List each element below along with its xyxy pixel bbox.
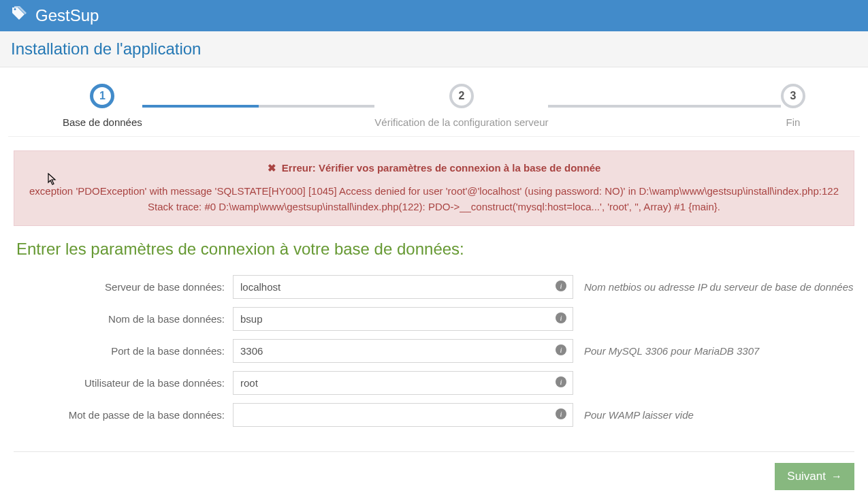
field-server-label: Serveur de base données: <box>8 281 233 293</box>
next-button-label: Suivant <box>787 470 826 483</box>
port-input[interactable] <box>233 339 573 363</box>
wizard-step-1[interactable]: 1 Base de données <box>63 84 142 128</box>
tags-icon <box>11 5 27 26</box>
field-user-row: Utilisateur de la base données: i <box>8 367 860 399</box>
field-server-hint: Nom netbios ou adresse IP du serveur de … <box>573 281 854 293</box>
wizard-step-label: Fin <box>786 116 801 128</box>
field-port-row: Port de la base données: i Pour MySQL 33… <box>8 335 860 367</box>
wizard-step-3[interactable]: 3 Fin <box>781 84 805 128</box>
svg-text:i: i <box>560 410 562 418</box>
page-title: Installation de l'application <box>0 31 868 67</box>
field-server-row: Serveur de base données: i Nom netbios o… <box>8 271 860 303</box>
svg-text:i: i <box>560 314 562 322</box>
svg-text:i: i <box>560 282 562 290</box>
field-password-row: Mot de passe de la base données: i Pour … <box>8 399 860 431</box>
dbname-input[interactable] <box>233 307 573 331</box>
wizard-steps: 1 Base de données 2 Vérification de la c… <box>8 67 860 137</box>
svg-text:i: i <box>560 346 562 354</box>
divider <box>14 451 854 452</box>
svg-text:i: i <box>560 378 562 386</box>
wizard-line-active <box>142 105 259 108</box>
field-port-hint: Pour MySQL 3306 pour MariaDB 3307 <box>573 345 759 357</box>
close-icon: ✖ <box>268 162 276 174</box>
app-header: GestSup <box>0 0 868 31</box>
info-icon[interactable]: i <box>556 408 566 422</box>
field-dbname-row: Nom de la base données: i <box>8 303 860 335</box>
field-user-label: Utilisateur de la base données: <box>8 377 233 389</box>
wizard-line <box>548 105 781 108</box>
wizard-step-2[interactable]: 2 Vérification de la configuration serve… <box>374 84 548 128</box>
section-title: Entrer les paramètres de connexion à vot… <box>8 240 860 271</box>
info-icon[interactable]: i <box>556 344 566 358</box>
wizard-step-label: Base de données <box>63 116 142 128</box>
wizard-step-number: 1 <box>90 84 114 108</box>
password-input[interactable] <box>233 403 573 427</box>
server-input[interactable] <box>233 275 573 299</box>
wizard-step-label: Vérification de la configuration serveur <box>374 116 548 128</box>
arrow-right-icon: → <box>831 470 842 483</box>
wizard-step-number: 3 <box>781 84 805 108</box>
info-icon[interactable]: i <box>556 280 566 294</box>
info-icon[interactable]: i <box>556 312 566 326</box>
wizard-line <box>259 105 375 108</box>
field-password-label: Mot de passe de la base données: <box>8 409 233 421</box>
info-icon[interactable]: i <box>556 376 566 390</box>
error-alert: ✖ Erreur: Vérifier vos paramètres de con… <box>14 150 854 226</box>
error-trace: exception 'PDOException' with message 'S… <box>28 184 840 214</box>
wizard-step-number: 2 <box>449 84 474 108</box>
field-password-hint: Pour WAMP laisser vide <box>573 409 694 421</box>
field-dbname-label: Nom de la base données: <box>8 313 233 325</box>
field-port-label: Port de la base données: <box>8 345 233 357</box>
app-title: GestSup <box>35 6 99 25</box>
error-title: Erreur: Vérifier vos paramètres de conne… <box>282 162 601 174</box>
user-input[interactable] <box>233 371 573 395</box>
next-button[interactable]: Suivant → <box>775 463 854 490</box>
